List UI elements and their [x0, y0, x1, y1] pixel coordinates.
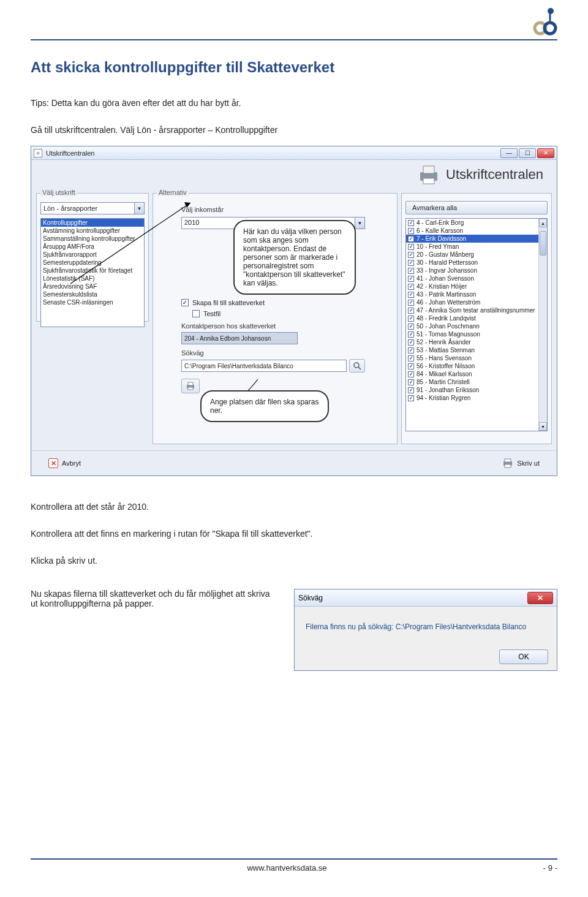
person-checkbox[interactable]: ✓	[408, 331, 414, 338]
list-item[interactable]: Senaste CSR-inläsningen	[41, 298, 144, 306]
browse-button[interactable]	[349, 359, 365, 373]
list-item[interactable]: Semesteruppdatering	[41, 259, 144, 267]
person-checkbox[interactable]: ✓	[408, 347, 414, 354]
svg-rect-10	[188, 382, 193, 385]
person-row[interactable]: ✓10 - Fred Yman	[406, 243, 538, 251]
person-row[interactable]: ✓41 - Johan Svensson	[406, 274, 538, 282]
dialog-title: Sökväg	[298, 594, 323, 602]
person-checkbox[interactable]: ✓	[408, 260, 414, 266]
person-row[interactable]: ✓94 - Kristian Rygren	[406, 394, 538, 402]
person-checkbox[interactable]: ✓	[408, 395, 414, 401]
header-logo	[31, 6, 557, 36]
list-item[interactable]: Årsredovisning SAF	[41, 282, 144, 290]
list-item[interactable]: Semesterskuldslista	[41, 290, 144, 298]
svg-rect-4	[423, 166, 434, 173]
dialog-body: Filerna finns nu på sökväg: C:\Program F…	[295, 607, 557, 643]
list-item[interactable]: Lönestatistik (SAF)	[41, 274, 144, 282]
person-checkbox[interactable]: ✓	[408, 355, 414, 361]
person-row[interactable]: ✓51 - Tomas Magnusson	[406, 330, 538, 338]
path-input[interactable]: C:\Program Files\Hantverksdata Bilanco	[181, 360, 347, 372]
svg-rect-5	[423, 178, 434, 184]
bottom-bar: ✕ Avbryt Skriv ut	[31, 450, 557, 475]
person-checkbox[interactable]: ✓	[408, 308, 414, 314]
scroll-down-icon[interactable]: ▼	[539, 422, 547, 431]
person-row[interactable]: ✓43 - Patrik Martinsson	[406, 290, 538, 298]
contact-input[interactable]: 204 - Annika Edbom Johansosn	[181, 332, 298, 344]
person-checkbox[interactable]: ✓	[408, 379, 414, 385]
dialog-ok-button[interactable]: OK	[499, 649, 548, 664]
person-checkbox[interactable]: ✓	[408, 284, 414, 290]
person-checkbox[interactable]: ✓	[408, 236, 414, 242]
svg-rect-15	[505, 459, 511, 462]
chevron-down-icon[interactable]: ▼	[355, 218, 364, 229]
person-row[interactable]: ✓55 - Hans Svensson	[406, 354, 538, 362]
cancel-button[interactable]: ✕ Avbryt	[42, 456, 87, 471]
close-button[interactable]: ✕	[537, 148, 554, 158]
person-checkbox[interactable]: ✓	[408, 316, 414, 322]
list-item[interactable]: Sjukfrånvarostatistik för företaget	[41, 267, 144, 274]
list-item[interactable]: Sjukfrånvarorapport	[41, 251, 144, 259]
minimize-button[interactable]: —	[500, 148, 518, 158]
path-label: Sökväg	[181, 349, 397, 357]
maximize-button[interactable]: ☐	[519, 148, 536, 158]
list-item[interactable]: Sammanställning kontrolluppgifter	[41, 235, 144, 243]
person-checkbox[interactable]: ✓	[408, 276, 414, 282]
person-row[interactable]: ✓91 - Jonathan Eriksson	[406, 386, 538, 394]
files-created-text: Nu skapas filerna till skatteverket och …	[31, 589, 276, 608]
person-checkbox[interactable]: ✓	[408, 228, 414, 234]
person-list[interactable]: ✓4 - Carl-Erik Borg✓6 - Kalle Karsson✓7 …	[405, 218, 548, 431]
check-year-text: Kontrollera att det står år 2010.	[31, 502, 557, 512]
person-checkbox[interactable]: ✓	[408, 268, 414, 274]
person-row[interactable]: ✓48 - Fredrik Landqvist	[406, 314, 538, 322]
scrollbar[interactable]: ▲ ▼	[538, 219, 547, 431]
person-row[interactable]: ✓42 - Kristian Höijer	[406, 282, 538, 290]
person-row[interactable]: ✓53 - Mattias Stenman	[406, 346, 538, 354]
person-row[interactable]: ✓47 - Annika Som testar anställningsnumm…	[406, 306, 538, 314]
deselect-all-button[interactable]: Avmarkera alla	[405, 201, 548, 214]
list-item[interactable]: Kontrolluppgifter	[41, 219, 144, 227]
report-combo[interactable]: Lön - årsrapporter ▼	[40, 202, 145, 214]
scroll-up-icon[interactable]: ▲	[539, 219, 547, 227]
person-row[interactable]: ✓33 - Ingvar Johansson	[406, 267, 538, 274]
person-row[interactable]: ✓46 - Johan Wetterström	[406, 298, 538, 306]
magnifier-icon	[353, 361, 361, 370]
scroll-thumb[interactable]	[540, 231, 546, 255]
list-item[interactable]: Årsuppg AMF/Fora	[41, 243, 144, 251]
chevron-down-icon[interactable]: ▼	[134, 203, 144, 214]
app-window: o Utskriftcentralen — ☐ ✕ Utskriftcentra…	[31, 146, 557, 476]
person-checkbox[interactable]: ✓	[408, 220, 414, 226]
person-checkbox[interactable]: ✓	[408, 387, 414, 393]
printer-icon	[418, 164, 440, 186]
person-checkbox[interactable]: ✓	[408, 292, 414, 298]
create-file-checkbox[interactable]: ✓	[181, 299, 189, 306]
print-button[interactable]: Skriv ut	[496, 456, 546, 471]
left-group-label: Välj utskrift	[40, 189, 77, 196]
cancel-icon: ✕	[48, 458, 58, 468]
person-row[interactable]: ✓4 - Carl-Erik Borg	[406, 219, 538, 227]
person-row[interactable]: ✓7 - Erik Davidsson	[406, 235, 538, 243]
person-row[interactable]: ✓50 - Johan Poschmann	[406, 322, 538, 330]
footer-url: www.hantverksdata.se	[247, 863, 326, 872]
printer-button[interactable]	[181, 379, 200, 393]
dialog-close-button[interactable]: ✕	[527, 592, 553, 604]
testfile-checkbox[interactable]	[192, 310, 200, 317]
person-row[interactable]: ✓85 - Martin Christell	[406, 378, 538, 386]
report-listbox[interactable]: KontrolluppgifterAvstämning kontrolluppg…	[40, 218, 145, 327]
person-row[interactable]: ✓6 - Kalle Karsson	[406, 227, 538, 235]
person-checkbox[interactable]: ✓	[408, 252, 414, 258]
person-row[interactable]: ✓30 - Harald Pettersson	[406, 259, 538, 267]
person-checkbox[interactable]: ✓	[408, 300, 414, 306]
person-checkbox[interactable]: ✓	[408, 371, 414, 377]
person-checkbox[interactable]: ✓	[408, 363, 414, 369]
list-item[interactable]: Avstämning kontrolluppgifter	[41, 227, 144, 235]
person-row[interactable]: ✓84 - Mikael Karlsson	[406, 370, 538, 378]
person-checkbox[interactable]: ✓	[408, 339, 414, 346]
person-checkbox[interactable]: ✓	[408, 244, 414, 250]
printer-icon	[186, 382, 195, 390]
person-row[interactable]: ✓20 - Gustav Månberg	[406, 251, 538, 259]
person-row[interactable]: ✓52 - Henrik Åsander	[406, 338, 538, 346]
printer-icon	[502, 458, 513, 468]
person-checkbox[interactable]: ✓	[408, 324, 414, 330]
check-mark-text: Kontrollera att det finns en markering i…	[31, 529, 557, 539]
person-row[interactable]: ✓56 - Kristoffer Nilsson	[406, 362, 538, 370]
